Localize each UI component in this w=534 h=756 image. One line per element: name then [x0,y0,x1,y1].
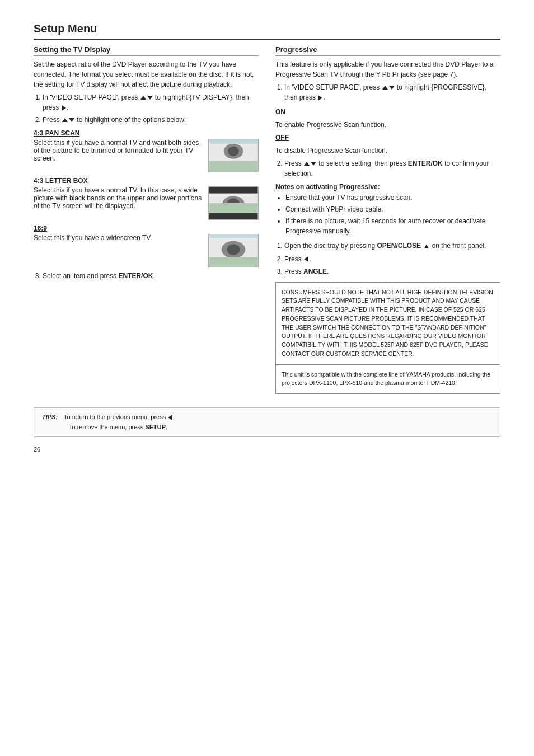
svg-rect-4 [209,139,258,144]
off-text: To disable Progressive Scan function. [275,145,500,156]
arrow-right-icon2 [318,95,322,101]
notice-box: CONSUMERS SHOULD NOTE THAT NOT ALL HIGH … [275,282,500,365]
off-label: OFF [275,134,289,142]
svg-rect-7 [209,213,258,219]
left-section-title: Setting the TV Display [34,45,259,56]
letter-box-image [208,186,259,220]
svg-rect-14 [209,257,258,267]
svg-rect-6 [209,187,258,194]
svg-rect-3 [209,161,258,172]
right-column: Progressive This feature is only applica… [275,45,500,394]
left-column: Setting the TV Display Set the aspect ra… [34,45,259,394]
note-1: Ensure that your TV has progressive scan… [285,192,500,203]
right-step2: Press to select a setting, then press EN… [284,158,500,179]
arrow-up-icon4 [304,162,310,166]
arrow-down-icon4 [311,162,316,166]
arrow-left-icon [304,256,308,262]
option-pan-scan-text: Select this if you have a normal TV and … [34,139,203,162]
pan-scan-image [208,139,259,172]
option-letter-box-title: 4:3 LETTER BOX [34,177,259,185]
svg-point-13 [227,244,240,255]
option-16-9-row: Select this if you have a widescreen TV. [34,234,259,267]
tips-line1: To return to the previous menu, press . [64,414,175,420]
notes-title: Notes on activating Progressive: [275,183,500,191]
left-step2: Press to highlight one of the options be… [43,115,259,125]
left-intro: Set the aspect ratio of the DVD Player a… [34,59,259,90]
page-number: 26 [34,446,500,453]
arrow-up-icon2 [62,118,68,122]
right-step-press-angle: Press ANGLE. [284,266,500,276]
option-16-9-text: Select this if you have a widescreen TV. [34,234,203,242]
svg-point-2 [228,147,238,156]
right-step1: In 'VIDEO SETUP PAGE', press to highligh… [284,82,500,102]
right-section-title: Progressive [275,45,500,56]
yamaha-note: This unit is compatible with the complet… [275,365,500,395]
left-step3: Select an item and press ENTER/OK. [43,271,259,281]
arrow-left-icon2 [168,415,172,420]
on-text: To enable Progressive Scan function. [275,120,500,130]
page-title: Setup Menu [34,22,500,40]
widescreen-image [208,234,259,267]
note-2: Connect with YPbPr video cable. [285,204,500,214]
right-step-press-back: Press . [284,254,500,264]
on-label: ON [275,108,285,116]
arrow-up-icon3 [382,86,388,90]
right-intro: This feature is only applicable if you h… [275,59,500,79]
left-step1: In 'VIDEO SETUP PAGE', press to highligh… [43,92,259,112]
arrow-down-icon [147,96,153,100]
arrow-down-icon3 [389,86,395,90]
option-pan-scan-row: Select this if you have a normal TV and … [34,139,259,172]
arrow-down-icon2 [69,118,74,122]
option-letter-box-text: Select this if you have a normal TV. In … [34,186,203,210]
tips-box: TIPS: To return to the previous menu, pr… [34,407,500,437]
svg-rect-10 [209,203,258,213]
right-step-open: Open the disc tray by pressing OPEN/CLOS… [284,241,500,252]
arrow-right-icon [62,105,66,111]
option-letter-box-row: Select this if you have a normal TV. In … [34,186,259,220]
option-16-9-title: 16:9 [34,224,259,232]
option-pan-scan-title: 4:3 PAN SCAN [34,129,259,137]
arrow-up-icon [140,96,146,100]
svg-rect-15 [209,234,258,238]
tips-line2: To remove the menu, press SETUP. [69,424,167,430]
tips-label: TIPS: [42,414,58,420]
enter-ok-label: ENTER/OK [118,272,153,280]
note-3: If there is no picture, wait 15 seconds … [285,216,500,236]
